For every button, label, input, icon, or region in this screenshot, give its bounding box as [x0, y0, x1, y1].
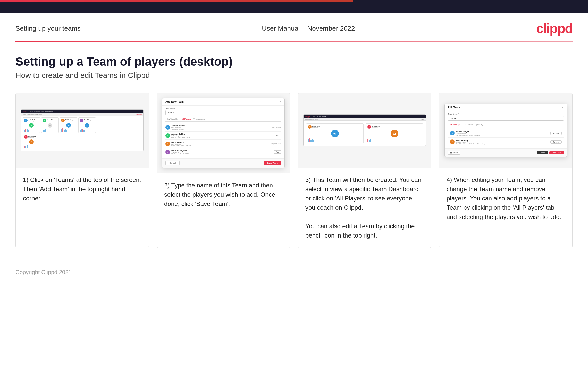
tab-my-team: My Team (2) [165, 117, 180, 121]
card-2: Add New Team ✕ Team Name * Team A My Tea… [157, 93, 290, 248]
screenshot-3: clippd Home My Performance Teams | Team … [298, 93, 431, 168]
header-divider [15, 41, 573, 42]
team-score-94: 94 [331, 130, 339, 137]
logo: clippd [536, 21, 573, 36]
player-card-header-2: A Adrian Coliba 1 Handicap [43, 119, 57, 122]
manual-label: User Manual – November 2022 [262, 24, 355, 32]
player-info-4: D Dave Billingham 5 Handicap The Dog Mad… [165, 149, 189, 155]
screenshot-2: Add New Team ✕ Team Name * Team A My Tea… [157, 93, 290, 173]
player-list-avatar-3: B [165, 142, 170, 146]
cards-container: clippd Home My Performance My Performanc… [0, 93, 588, 264]
page-title-section: Setting up a Team of players (desktop) H… [0, 55, 588, 93]
player-list-item-1: A Adrian Player Plus Handicap The Shrie … [165, 123, 281, 132]
card-3: clippd Home My Performance Teams | Team … [298, 93, 431, 248]
dialog-close-icon: ✕ [279, 100, 281, 103]
player-list-avatar-1: A [165, 125, 170, 130]
player-avatar-3: B [61, 119, 65, 122]
card-1-text: 1) Click on 'Teams' at the top of the sc… [16, 168, 149, 248]
player-card-5: R Richard Butler Plus Handicap 72 [23, 134, 40, 149]
mini-bars-5 [24, 145, 39, 148]
team-player-card-1: B Blair McHarg Plus Handicap 94 [306, 123, 364, 143]
delete-button[interactable]: 🗑 Delete [448, 151, 460, 155]
mock-content: A Adrian Collins Plus Handicap 84 [21, 116, 143, 151]
player-list-item-4: D Dave Billingham 5 Handicap The Dog Mad… [165, 148, 281, 156]
edit-team-name-label: Team Name * [448, 113, 564, 115]
team-player-card-2: R Richard Butler Plus Handicap 72 [366, 123, 423, 143]
team-score-72: 72 [391, 130, 398, 137]
add-player-button-2[interactable]: Add [274, 134, 281, 137]
mock-nav-home: Home [30, 111, 33, 112]
card-4-text: 4) When editing your Team, you can chang… [439, 168, 572, 248]
team-player-avatar-2: R [367, 125, 371, 129]
mock-nav: clippd Home My Performance My Performanc… [21, 110, 143, 113]
add-team-dialog-screenshot: Add New Team ✕ Team Name * Team A My Tea… [162, 98, 285, 168]
remove-player-button-1[interactable]: Remove [550, 132, 562, 135]
player-card-header-3: B Blair McHarg Plus Handicap [61, 119, 76, 122]
mock-sub-bar-3: Teams | Team A | All Players ✏ ⚙ ⊞ [304, 118, 426, 121]
screenshot-4: Edit Team ✕ Team Name * Team A My Team (… [439, 93, 572, 168]
player-list-item-2: A Adrian Coliba 1 Handicap Central Londo… [165, 132, 281, 140]
player-card-2: A Adrian Coliba 1 Handicap 0 [41, 117, 59, 133]
mock-sub-bar: Viewing 5 out of 5 players from: All Pla… [21, 113, 143, 116]
player-card-3: B Blair McHarg Plus Handicap 94 [60, 117, 77, 133]
filter-by-name: Filter by name [193, 117, 205, 121]
player-row-1: A Adrian Collins Plus Handicap 84 [23, 117, 142, 133]
player-added-badge-3: Player Added [271, 143, 281, 145]
card-1: clippd Home My Performance My Performanc… [15, 93, 149, 248]
page-subtitle: How to create and edit Teams in Clippd [15, 71, 573, 80]
card-3-text: 3) This Team will then be created. You c… [298, 168, 431, 248]
team-mini-bars-1 [308, 138, 362, 142]
score-72: 72 [29, 139, 34, 144]
trash-icon: 🗑 [450, 152, 452, 154]
dialog-tabs: My Team (2) All Players Filter by name [165, 117, 281, 122]
edit-player-avatar-1: A [450, 131, 455, 135]
dialog-body: Team Name * Team A My Team (2) All Playe… [162, 106, 284, 158]
edit-dialog-header: Edit Team ✕ [445, 104, 567, 111]
edit-player-info-1: A Adrian Player Plus Handicap The Shrie … [450, 130, 480, 136]
mini-bars-1 [24, 128, 39, 132]
edit-dialog-tabs: My Team (2) All Players Filter by name [448, 123, 564, 127]
mini-bars-2 [43, 128, 57, 132]
mock-logo: clippd [23, 111, 28, 112]
edit-save-team-button[interactable]: Save Team [549, 151, 564, 154]
mock-nav-items-3: Home My Performance [312, 116, 326, 117]
player-avatar-4: D [80, 119, 83, 122]
player-info-1: A Adrian Player Plus Handicap The Shrie … [165, 125, 185, 130]
player-card-header-5: R Richard Butler Plus Handicap [24, 135, 39, 139]
team-mini-bars-2 [367, 138, 421, 142]
remove-player-button-2[interactable]: Remove [550, 140, 562, 144]
top-bar [0, 0, 588, 13]
player-avatar-1: A [24, 119, 28, 122]
player-list-avatar-4: D [165, 150, 170, 154]
copyright-text: Copyright Clippd 2021 [15, 269, 72, 275]
player-list-item-3: B Blair McHarg Plus Handicap Royal North… [165, 140, 281, 148]
page-header: Setting up your teams User Manual – Nove… [0, 13, 588, 41]
card-4: Edit Team ✕ Team Name * Team A My Team (… [439, 93, 573, 248]
edit-player-avatar-2: B [450, 139, 455, 144]
player-avatar-2: A [43, 119, 46, 122]
player-card-header-4: D Dave Billingham 5 Handicap [80, 119, 95, 122]
save-team-button[interactable]: Save Team [264, 161, 281, 165]
dialog-footer: Cancel Save Team [162, 158, 284, 168]
mini-bars-4 [80, 128, 95, 132]
edit-team-name-input: Team A [448, 116, 564, 121]
team-dashboard-screenshot: clippd Home My Performance Teams | Team … [303, 114, 426, 146]
top-bar-accent [0, 0, 588, 2]
team-player-header-1: B Blair McHarg Plus Handicap [308, 125, 362, 129]
add-player-button-4[interactable]: Add [274, 150, 281, 154]
team-player-avatar-1: B [308, 125, 312, 129]
player-card-1: A Adrian Collins Plus Handicap 84 [23, 117, 40, 133]
edit-cancel-button[interactable]: Cancel [537, 151, 548, 154]
filter-checkbox [193, 118, 195, 120]
cancel-button[interactable]: Cancel [165, 161, 180, 165]
score-94: 94 [66, 123, 71, 128]
mock-nav-home-3: Home [312, 116, 315, 117]
player-added-badge-1: Player Added [271, 126, 281, 128]
mock-nav-teams-3: My Performance [317, 116, 326, 117]
edit-player-item-2: B Blair McHarg Plus Handicap Royal North… [448, 138, 564, 146]
edit-filter-by-name: Filter by name [475, 123, 487, 127]
edit-dialog-title: Edit Team [448, 106, 460, 109]
player-list-avatar-2: A [165, 133, 170, 138]
score-78: 78 [85, 123, 89, 128]
mock-nav-teams: My Performance [45, 111, 55, 112]
